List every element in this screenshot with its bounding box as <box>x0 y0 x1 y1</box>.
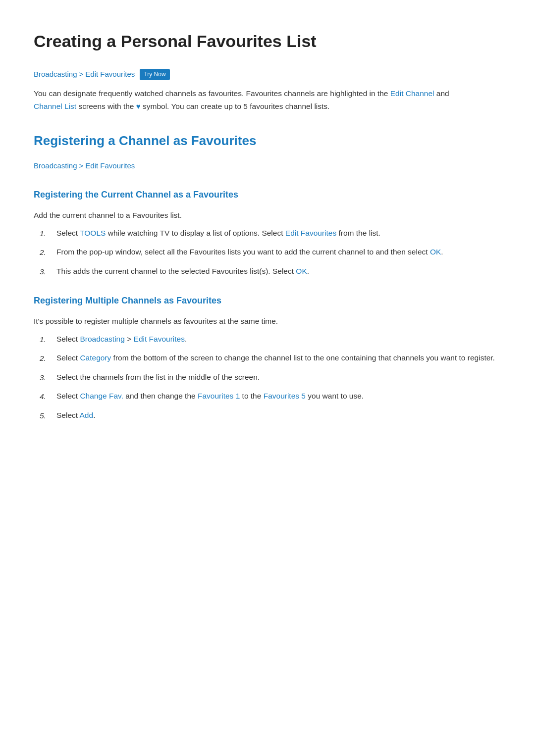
step-content: Select Add. <box>56 409 501 422</box>
section1-breadcrumb: Broadcasting > Edit Favourites <box>34 160 501 172</box>
breadcrumb-top: Broadcasting > Edit Favourites Try Now <box>34 68 501 80</box>
subsection1-step-1: 1. Select TOOLS while watching TV to dis… <box>40 227 501 240</box>
step-content: Select Category from the bottom of the s… <box>56 352 501 364</box>
intro-text-3: screens with the <box>76 102 136 110</box>
s2-step2-text-after: from the bottom of the screen to change … <box>111 353 495 362</box>
step-number: 3. <box>40 265 49 278</box>
s2-step4-text-before: Select <box>56 392 80 400</box>
s2-step5-add-link[interactable]: Add <box>80 411 94 419</box>
section1-title: Registering a Channel as Favourites <box>34 131 501 151</box>
subsection2-title: Registering Multiple Channels as Favouri… <box>34 294 501 308</box>
breadcrumb-sep-1: > <box>79 68 84 80</box>
breadcrumb-broadcasting-link[interactable]: Broadcasting <box>34 68 77 80</box>
step2-text-after: . <box>441 248 443 256</box>
subsection2-step-2: 2. Select Category from the bottom of th… <box>40 352 501 365</box>
step3-text-after: . <box>307 267 309 275</box>
section1-block: Registering a Channel as Favourites Broa… <box>34 131 501 172</box>
step-number: 2. <box>40 352 49 365</box>
step1-tools-link[interactable]: TOOLS <box>80 229 106 237</box>
try-now-badge[interactable]: Try Now <box>140 69 169 80</box>
subsection1-step-2: 2. From the pop-up window, select all th… <box>40 246 501 259</box>
step2-ok-link[interactable]: OK <box>430 248 441 256</box>
step-content: Select the channels from the list in the… <box>56 371 501 384</box>
subsection2-block: Registering Multiple Channels as Favouri… <box>34 294 501 422</box>
step1-text-before: Select <box>56 229 80 237</box>
subsection2-step-5: 5. Select Add. <box>40 409 501 422</box>
page-title: Creating a Personal Favourites List <box>34 28 501 54</box>
heart-icon: ♥ <box>136 102 141 110</box>
s2-step2-category-link[interactable]: Category <box>80 353 111 362</box>
subsection2-step-4: 4. Select Change Fav. and then change th… <box>40 390 501 403</box>
step-content: This adds the current channel to the sel… <box>56 265 501 278</box>
step3-ok-link[interactable]: OK <box>296 267 307 275</box>
breadcrumb-edit-favourites-link[interactable]: Edit Favourites <box>85 68 135 80</box>
step-number: 4. <box>40 390 49 403</box>
s2-step4-changefav-link[interactable]: Change Fav. <box>80 392 123 400</box>
s2-step3-text: Select the channels from the list in the… <box>56 373 260 381</box>
section1-breadcrumb-broadcasting-link[interactable]: Broadcasting <box>34 160 77 172</box>
section1-breadcrumb-sep: > <box>79 160 84 172</box>
s2-step5-text-after: . <box>93 411 95 419</box>
intro-text-4: symbol. You can create up to 5 favourite… <box>141 102 330 110</box>
step-number: 2. <box>40 246 49 259</box>
s2-step2-text-before: Select <box>56 353 80 362</box>
subsection1-title: Registering the Current Channel as a Fav… <box>34 188 501 202</box>
intro-paragraph: You can designate frequently watched cha… <box>34 87 460 112</box>
step-content: Select TOOLS while watching TV to displa… <box>56 227 501 240</box>
s2-step5-text-before: Select <box>56 411 80 419</box>
channel-list-link[interactable]: Channel List <box>34 102 76 110</box>
subsection1-intro: Add the current channel to a Favourites … <box>34 209 501 222</box>
intro-text-1: You can designate frequently watched cha… <box>34 89 390 98</box>
subsection1-block: Registering the Current Channel as a Fav… <box>34 188 501 278</box>
intro-text-2: and <box>434 89 449 98</box>
subsection2-step-1: 1. Select Broadcasting > Edit Favourites… <box>40 333 501 346</box>
s2-step4-text-middle2: to the <box>240 392 263 400</box>
step-content: Select Broadcasting > Edit Favourites. <box>56 333 501 346</box>
step1-text-middle: while watching TV to display a list of o… <box>106 229 285 237</box>
subsection1-step-3: 3. This adds the current channel to the … <box>40 265 501 278</box>
edit-channel-link[interactable]: Edit Channel <box>390 89 434 98</box>
s2-step1-text-after: . <box>185 335 187 343</box>
step-number: 1. <box>40 227 49 240</box>
s2-step4-text-after: you want to use. <box>306 392 364 400</box>
s2-step1-broadcasting-link[interactable]: Broadcasting <box>80 335 124 343</box>
subsection2-step-3: 3. Select the channels from the list in … <box>40 371 501 384</box>
step1-text-after: from the list. <box>336 229 380 237</box>
subsection2-steps-list: 1. Select Broadcasting > Edit Favourites… <box>40 333 501 422</box>
step-content: From the pop-up window, select all the F… <box>56 246 501 258</box>
step3-text-before: This adds the current channel to the sel… <box>56 267 296 275</box>
step2-text-before: From the pop-up window, select all the F… <box>56 248 430 256</box>
step-number: 3. <box>40 371 49 384</box>
s2-step1-text-before: Select <box>56 335 80 343</box>
step-content: Select Change Fav. and then change the F… <box>56 390 501 403</box>
subsection1-steps-list: 1. Select TOOLS while watching TV to dis… <box>40 227 501 278</box>
step-number: 5. <box>40 409 49 422</box>
section1-breadcrumb-edit-favourites-link[interactable]: Edit Favourites <box>85 160 135 172</box>
s2-step1-sep: > <box>125 335 134 343</box>
s2-step1-edit-favourites-link[interactable]: Edit Favourites <box>134 335 185 343</box>
step1-edit-favourites-link[interactable]: Edit Favourites <box>285 229 336 237</box>
step-number: 1. <box>40 333 49 346</box>
subsection2-intro: It's possible to register multiple chann… <box>34 315 501 328</box>
s2-step4-text-middle: and then change the <box>123 392 198 400</box>
s2-step4-fav5-link[interactable]: Favourites 5 <box>264 392 306 400</box>
s2-step4-fav1-link[interactable]: Favourites 1 <box>198 392 240 400</box>
